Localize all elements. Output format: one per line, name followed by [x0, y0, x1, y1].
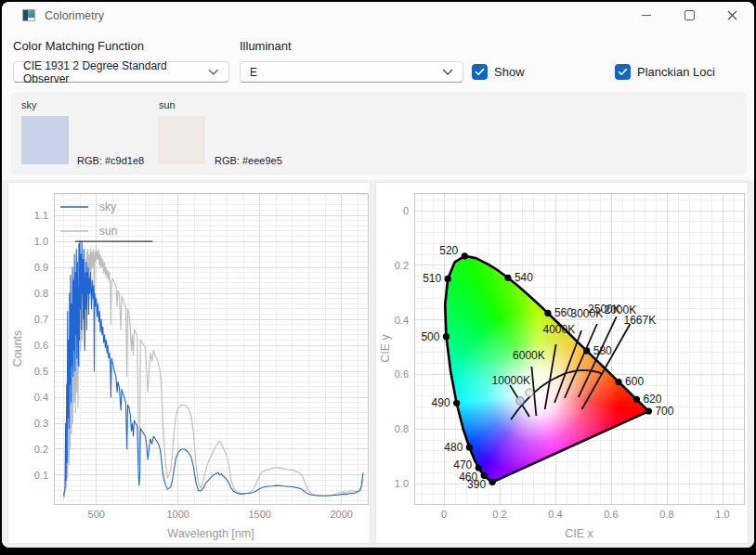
svg-text:0.6: 0.6: [395, 368, 409, 380]
sun-rgb-value: RGB: #eee9e5: [215, 152, 299, 170]
cmf-label: Color Matching Function: [13, 39, 144, 53]
svg-text:sky: sky: [99, 200, 116, 213]
chevron-down-icon: [208, 69, 219, 75]
chromaticity-gamut-fill: [376, 183, 748, 543]
svg-text:1.0: 1.0: [715, 509, 729, 520]
planckian-checkbox-label[interactable]: Planckian Loci: [637, 65, 715, 79]
svg-text:0: 0: [441, 509, 447, 520]
svg-text:620: 620: [643, 393, 661, 406]
chevron-down-icon: [442, 69, 453, 75]
svg-text:1000: 1000: [166, 509, 189, 520]
illuminant-select[interactable]: E: [240, 61, 463, 83]
svg-text:390: 390: [467, 478, 486, 491]
svg-text:4000K: 4000K: [543, 323, 576, 336]
illuminant-label: Illuminant: [240, 39, 292, 53]
svg-text:0.3: 0.3: [34, 418, 48, 429]
svg-text:0.8: 0.8: [659, 509, 673, 520]
check-icon: [618, 68, 628, 76]
show-checkbox[interactable]: [472, 64, 488, 80]
svg-text:0.4: 0.4: [548, 509, 562, 520]
svg-text:0.7: 0.7: [34, 314, 48, 325]
svg-text:500: 500: [421, 330, 439, 343]
cmf-selected-value: CIE 1931 2 Degree Standard Observer: [23, 59, 208, 85]
svg-text:470: 470: [453, 458, 472, 471]
svg-text:600: 600: [625, 375, 644, 388]
svg-text:1.1: 1.1: [34, 210, 48, 221]
svg-text:500: 500: [88, 509, 105, 520]
svg-text:560: 560: [554, 306, 573, 319]
swatch-panel: sky RGB: #c9d1e8 HSL: 224,103,224 LAB: 8…: [11, 92, 747, 175]
svg-text:0.6: 0.6: [34, 340, 48, 351]
svg-text:480: 480: [444, 441, 463, 454]
app-icon: [22, 9, 35, 21]
svg-text:0.2: 0.2: [395, 260, 409, 271]
maximize-icon: [684, 10, 695, 20]
svg-text:520: 520: [439, 244, 458, 257]
svg-text:460: 460: [459, 471, 477, 484]
check-icon: [475, 68, 485, 76]
svg-text:0.2: 0.2: [34, 444, 48, 455]
svg-text:1500: 1500: [248, 509, 270, 520]
svg-text:0.5: 0.5: [34, 366, 48, 377]
svg-text:700: 700: [655, 405, 673, 418]
cie-chart-grid: 00.20.40.60.81.000.20.40.60.81.0CIE xCIE…: [376, 183, 748, 543]
illuminant-selected-value: E: [250, 66, 257, 79]
svg-text:540: 540: [515, 271, 533, 284]
svg-text:1.0: 1.0: [395, 478, 409, 489]
svg-text:1667K: 1667K: [623, 314, 656, 327]
swatch-name: sun: [159, 99, 176, 110]
cie-chart-panel: 00.20.40.60.81.000.20.40.60.81.0CIE xCIE…: [375, 182, 749, 544]
show-checkbox-label[interactable]: Show: [494, 65, 525, 79]
svg-text:sun: sun: [99, 225, 117, 238]
svg-text:Wavelength [nm]: Wavelength [nm]: [167, 527, 254, 540]
svg-text:580: 580: [593, 344, 612, 357]
svg-text:0: 0: [403, 205, 409, 216]
svg-text:CIE x: CIE x: [565, 527, 593, 540]
cie-chart[interactable]: 10000K6000K4000K3000K2500K2000K1667K5205…: [376, 183, 748, 543]
sky-rgb-value: RGB: #c9d1e8: [77, 152, 162, 170]
charts-section: 5001000150020000.10.20.30.40.50.60.70.80…: [2, 180, 754, 548]
minimize-icon: [642, 15, 651, 16]
svg-text:510: 510: [423, 272, 441, 285]
svg-text:3000K: 3000K: [571, 307, 604, 320]
svg-text:2000: 2000: [330, 509, 352, 520]
spectrum-chart[interactable]: 5001000150020000.10.20.30.40.50.60.70.80…: [8, 183, 370, 543]
svg-text:1.0: 1.0: [34, 236, 48, 247]
sky-color-swatch: [21, 116, 69, 164]
title-bar[interactable]: Colorimetry: [2, 2, 754, 30]
svg-text:10000K: 10000K: [492, 374, 530, 387]
cmf-select[interactable]: CIE 1931 2 Degree Standard Observer: [13, 61, 229, 83]
svg-text:490: 490: [432, 396, 450, 409]
svg-text:6000K: 6000K: [513, 349, 545, 362]
svg-text:0.9: 0.9: [34, 262, 48, 273]
svg-text:0.4: 0.4: [34, 392, 48, 403]
app-window: Colorimetry Color Matching Function CIE …: [2, 2, 754, 548]
svg-text:0.4: 0.4: [395, 315, 409, 326]
close-button[interactable]: [711, 2, 752, 29]
spectrum-chart-panel: 5001000150020000.10.20.30.40.50.60.70.80…: [7, 182, 371, 544]
close-icon: [727, 10, 737, 20]
planckian-checkbox[interactable]: [615, 64, 631, 80]
svg-text:Counts: Counts: [11, 330, 24, 368]
svg-text:0.1: 0.1: [34, 470, 48, 481]
sun-color-swatch: [158, 116, 205, 164]
svg-text:2500K: 2500K: [588, 303, 620, 316]
svg-text:0.2: 0.2: [492, 509, 506, 520]
minimize-button[interactable]: [626, 2, 667, 29]
svg-text:0.8: 0.8: [34, 288, 48, 299]
window-title: Colorimetry: [45, 9, 104, 22]
maximize-button[interactable]: [669, 2, 710, 29]
swatch-name: sky: [21, 99, 37, 110]
svg-text:CIE y: CIE y: [379, 333, 392, 362]
svg-text:0.6: 0.6: [604, 509, 618, 520]
svg-text:0.8: 0.8: [395, 423, 409, 434]
svg-text:2000K: 2000K: [604, 303, 636, 316]
